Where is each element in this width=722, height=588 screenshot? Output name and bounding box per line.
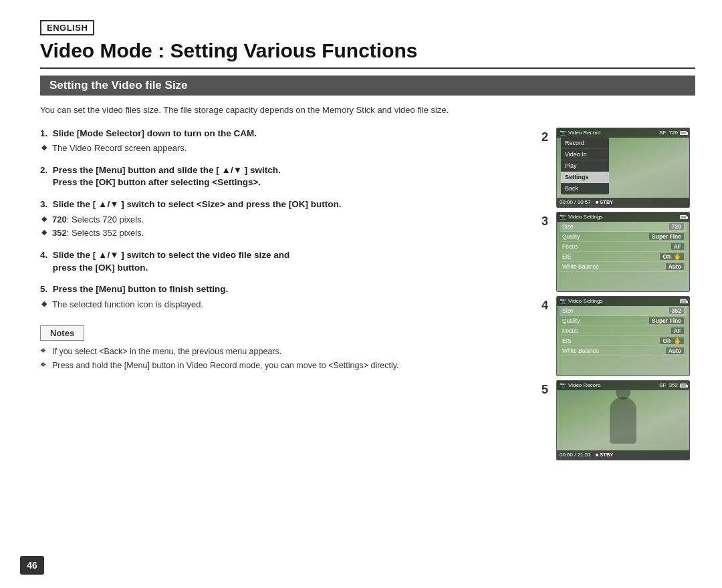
menu-settings: Settings	[561, 172, 609, 183]
screen-2-topbar: 📷 Video Record SF 720	[557, 128, 689, 138]
menu-record: Record	[561, 138, 609, 149]
screen-num-5: 5	[542, 383, 554, 397]
step-1: 1. Slide [Mode Selector] down to turn on…	[40, 128, 528, 155]
settings-row-focus-4: FocusAF	[560, 326, 687, 336]
settings-row-wb: White BalanceAuto	[560, 262, 687, 272]
screen-2-wrapper: 2 📷 Video Record SF 720 Record Video In …	[542, 128, 695, 208]
screen-num-3: 3	[542, 214, 554, 229]
page: ENGLISH Video Mode : Setting Various Fun…	[0, 0, 722, 588]
step-5-bullet-1: The selected function icon is displayed.	[52, 299, 528, 311]
notes-section: Notes If you select <Back> in the menu, …	[40, 320, 528, 372]
page-number: 46	[20, 556, 44, 575]
step-3: 3. Slide the [ ▲/▼ ] switch to select <S…	[40, 198, 528, 239]
screen-3-settings: Size720 QualitySuper Fine FocusAF EISOn …	[560, 222, 687, 272]
settings-row-eis: EISOn 🖐	[560, 252, 687, 262]
screen-num-2: 2	[542, 130, 554, 144]
main-layout: 1. Slide [Mode Selector] down to turn on…	[40, 128, 695, 460]
screen-5-wrapper: 5 📷 Video Record SF 352 0	[542, 380, 695, 460]
settings-row-eis-4: EISOn 🖐	[560, 336, 687, 346]
screen-5-bottombar: 00:00 / 21:51 ■ STBY	[557, 450, 689, 460]
screen-2-bottombar: 00:00 / 10:57 ■ STBY	[557, 198, 689, 207]
screen-2-menu: Record Video In Play Settings Back	[561, 138, 609, 194]
step-5: 5. Press the [Menu] button to finish set…	[40, 283, 528, 311]
settings-row-quality: QualitySuper Fine	[560, 232, 687, 242]
step-3-title: 3. Slide the [ ▲/▼ ] switch to select <S…	[40, 198, 528, 211]
step-1-bullet-1: The Video Record screen appears.	[52, 142, 528, 154]
intro-text: You can set the video files size. The fi…	[40, 104, 455, 117]
content-column: 1. Slide [Mode Selector] down to turn on…	[40, 128, 528, 460]
step-3-bullet-1: 720: Selects 720 pixels.	[52, 214, 528, 226]
screen-4-settings: Size352 QualitySuper Fine FocusAF EISOn …	[560, 306, 687, 356]
settings-row-focus: FocusAF	[560, 242, 687, 252]
note-1: If you select <Back> in the menu, the pr…	[52, 346, 528, 358]
menu-play: Play	[561, 160, 609, 172]
screen-3-wrapper: 3 📷 Video Settings Size720 QualitySuper …	[542, 212, 695, 292]
step-4-title: 4. Slide the [ ▲/▼ ] switch to select th…	[40, 249, 528, 275]
screen-4-wrapper: 4 📷 Video Settings Size352 QualitySuper …	[542, 296, 695, 376]
menu-back: Back	[561, 183, 609, 194]
step-1-title: 1. Slide [Mode Selector] down to turn on…	[40, 128, 528, 140]
settings-row-size: Size720	[560, 222, 687, 232]
step-2-title: 2. Press the [Menu] button and slide the…	[40, 164, 528, 190]
screen-3: 📷 Video Settings Size720 QualitySuper Fi…	[556, 212, 690, 292]
screen-num-4: 4	[542, 299, 554, 313]
language-badge: ENGLISH	[40, 20, 94, 35]
step-3-bullet-2: 352: Selects 352 pixels.	[52, 227, 528, 239]
settings-row-wb-4: White BalanceAuto	[560, 346, 687, 356]
screen-5-topbar: 📷 Video Record SF 352	[557, 381, 689, 390]
settings-row-quality-4: QualitySuper Fine	[560, 316, 687, 326]
page-title: Video Mode : Setting Various Functions	[40, 39, 695, 69]
screen-2: 📷 Video Record SF 720 Record Video In Pl…	[556, 128, 690, 208]
menu-video-in: Video In	[561, 149, 609, 160]
section-heading: Setting the Video file Size	[40, 76, 695, 96]
step-2: 2. Press the [Menu] button and slide the…	[40, 164, 528, 190]
settings-row-size-4: Size352	[560, 306, 687, 316]
note-2: Press and hold the [Menu] button in Vide…	[52, 360, 528, 372]
screen-4: 📷 Video Settings Size352 QualitySuper Fi…	[556, 296, 690, 376]
screens-column: 2 📷 Video Record SF 720 Record Video In …	[542, 128, 695, 460]
step-5-title: 5. Press the [Menu] button to finish set…	[40, 283, 528, 296]
screen-4-topbar: 📷 Video Settings	[557, 297, 689, 306]
notes-label: Notes	[40, 325, 84, 341]
step-4: 4. Slide the [ ▲/▼ ] switch to select th…	[40, 249, 528, 275]
screen-3-topbar: 📷 Video Settings	[557, 212, 689, 222]
screen-5: 📷 Video Record SF 352 00:00 / 21:51 ■ ST…	[556, 380, 690, 460]
